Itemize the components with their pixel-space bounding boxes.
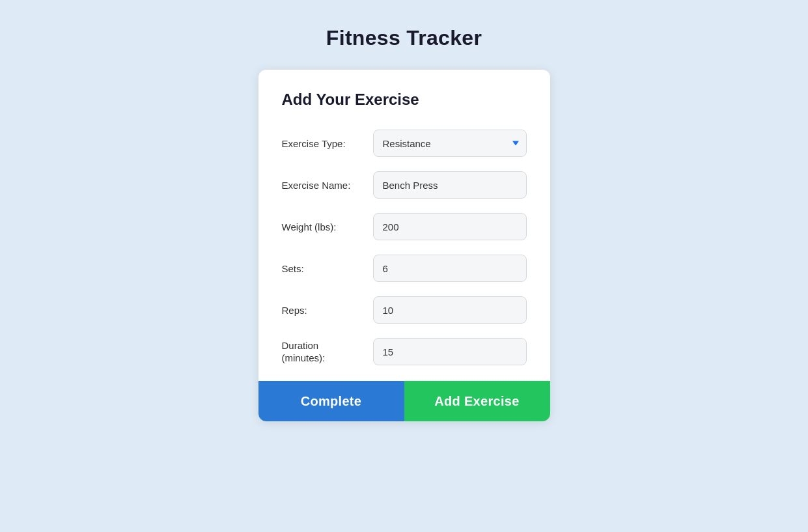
sets-label: Sets: <box>282 263 373 274</box>
weight-label: Weight (lbs): <box>282 221 373 232</box>
duration-row: Duration(minutes): <box>282 338 527 365</box>
exercise-type-label: Exercise Type: <box>282 138 373 149</box>
exercise-name-input[interactable] <box>373 171 527 199</box>
exercise-type-select[interactable]: Resistance Cardio Flexibility Balance <box>373 130 527 157</box>
reps-row: Reps: <box>282 296 527 324</box>
weight-input[interactable] <box>373 213 527 240</box>
duration-label: Duration(minutes): <box>282 339 373 365</box>
exercise-name-row: Exercise Name: <box>282 171 527 199</box>
exercise-name-label: Exercise Name: <box>282 180 373 191</box>
reps-input[interactable] <box>373 296 527 324</box>
card-footer: Complete Add Exercise <box>258 381 550 421</box>
add-exercise-button[interactable]: Add Exercise <box>404 381 550 421</box>
reps-label: Reps: <box>282 305 373 316</box>
exercise-type-select-wrapper: Resistance Cardio Flexibility Balance <box>373 130 527 157</box>
sets-input[interactable] <box>373 255 527 282</box>
complete-button[interactable]: Complete <box>258 381 404 421</box>
sets-row: Sets: <box>282 255 527 282</box>
exercise-type-row: Exercise Type: Resistance Cardio Flexibi… <box>282 130 527 157</box>
page-title: Fitness Tracker <box>326 26 482 50</box>
weight-row: Weight (lbs): <box>282 213 527 240</box>
duration-input[interactable] <box>373 338 527 365</box>
card-title: Add Your Exercise <box>282 91 527 109</box>
exercise-form-card: Add Your Exercise Exercise Type: Resista… <box>258 70 550 421</box>
